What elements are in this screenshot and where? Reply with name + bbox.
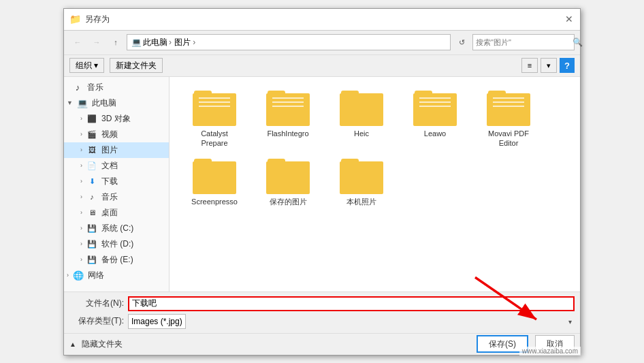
footer-bar: ▲ 隐藏文件夹 保存(S) 取消 (64, 333, 580, 355)
filetype-select[interactable]: Images (*.jpg) (128, 314, 186, 329)
sidebar-item-music-top[interactable]: ♪ 音乐 (64, 80, 169, 95)
desktop-icon: 🖥 (86, 207, 97, 218)
view-dropdown-button[interactable]: ▾ (541, 58, 557, 73)
sidebar-item-desktop[interactable]: › 🖥 桌面 (64, 205, 169, 221)
filetype-label: 保存类型(T): (69, 315, 124, 327)
pictures-icon: 🖼 (86, 144, 97, 155)
watermark: www.xiazaiba.com (519, 347, 581, 356)
sidebar-item-drive-d[interactable]: › 💾 软件 (D:) (64, 236, 169, 252)
expand-arrow: ▼ (67, 99, 73, 106)
save-dialog: 📁 另存为 ✕ ← → ↑ 💻 此电脑 › 图片 › ↺ 🔍 组织 ▾ (63, 8, 581, 356)
folder-movavi-icon (487, 91, 530, 126)
titlebar-left: 📁 另存为 (69, 14, 110, 25)
video-icon: 🎬 (86, 129, 97, 140)
breadcrumb-folder: 图片 › (174, 37, 195, 48)
search-input[interactable] (476, 38, 570, 46)
sidebar-item-downloads[interactable]: › ⬇ 下载 (64, 174, 169, 189)
hide-folders-button[interactable]: ▲ 隐藏文件夹 (69, 338, 123, 350)
downloads-icon: ⬇ (86, 176, 97, 187)
folder-screenpresso-icon (193, 159, 236, 194)
organize-button[interactable]: 组织 ▾ (69, 58, 104, 73)
back-button[interactable]: ← (69, 34, 86, 50)
sidebar-item-drive-c[interactable]: › 💾 系统 (C:) (64, 221, 169, 236)
folder-screenpresso[interactable]: Screenpresso (180, 156, 248, 209)
refresh-button[interactable]: ↺ (453, 34, 470, 50)
music2-icon: ♪ (86, 191, 97, 202)
sidebar: ♪ 音乐 ▼ 💻 此电脑 › ⬛ 3D 对象 › 🎬 视频 › (64, 77, 170, 291)
3d-icon: ⬛ (86, 113, 97, 124)
dialog-icon: 📁 (69, 14, 81, 25)
action-bar-right: ≡ ▾ ? (521, 58, 575, 73)
forward-button[interactable]: → (88, 34, 105, 50)
up-button[interactable]: ↑ (108, 34, 124, 50)
folder-catalyst[interactable]: CatalystPrepare (180, 88, 248, 151)
dialog-title: 另存为 (85, 14, 110, 25)
folder-catalyst-icon (193, 91, 236, 126)
sidebar-item-music[interactable]: › ♪ 音乐 (64, 189, 169, 205)
folder-saved-pics[interactable]: 保存的图片 (254, 156, 322, 209)
folder-catalyst-label: CatalystPrepare (201, 129, 228, 148)
folder-heic-icon (340, 91, 383, 126)
pc-icon: 💻 (77, 97, 88, 108)
folder-local-photos-label: 本机照片 (347, 197, 376, 206)
music-icon: ♪ (72, 82, 83, 93)
close-button[interactable]: ✕ (564, 14, 575, 25)
sidebar-item-thispc[interactable]: ▼ 💻 此电脑 (64, 95, 169, 111)
expand-3d-arrow: › (80, 115, 82, 122)
search-icon[interactable]: 🔍 (573, 37, 583, 47)
filename-input[interactable] (128, 296, 575, 311)
folder-flashintegro-label: FlashIntegro (267, 129, 308, 138)
folder-movavi[interactable]: Movavi PDFEditor (474, 88, 543, 151)
drive-d-icon: 💾 (86, 238, 97, 249)
folder-movavi-label: Movavi PDFEditor (488, 129, 529, 148)
filename-label: 文件名(N): (69, 298, 124, 309)
drive-e-icon: 💾 (86, 254, 97, 265)
hide-folders-arrow: ▲ (69, 341, 76, 348)
new-folder-button[interactable]: 新建文件夹 (110, 58, 163, 73)
help-button[interactable]: ? (560, 58, 575, 73)
folder-heic-label: Heic (354, 129, 369, 138)
view-button[interactable]: ≡ (521, 58, 538, 73)
folder-screenpresso-label: Screenpresso (191, 197, 238, 206)
titlebar: 📁 另存为 ✕ (64, 9, 580, 31)
folder-local-photos-icon (340, 159, 383, 194)
sidebar-item-drive-e[interactable]: › 💾 备份 (E:) (64, 252, 169, 268)
sidebar-item-documents[interactable]: › 📄 文档 (64, 158, 169, 174)
select-arrow-icon: ▾ (568, 317, 572, 325)
documents-icon: 📄 (86, 160, 97, 171)
folder-heic[interactable]: Heic (327, 88, 396, 151)
toolbar: ← → ↑ 💻 此电脑 › 图片 › ↺ 🔍 (64, 31, 580, 55)
search-bar: 🔍 (472, 34, 575, 50)
drive-c-icon: 💾 (86, 223, 97, 234)
folder-saved-pics-label: 保存的图片 (270, 197, 307, 206)
filetype-row: 保存类型(T): Images (*.jpg) ▾ (69, 314, 575, 329)
folder-flashintegro-icon (266, 91, 310, 126)
breadcrumb: 💻 此电脑 › 图片 › (127, 34, 451, 50)
main-content: ♪ 音乐 ▼ 💻 此电脑 › ⬛ 3D 对象 › 🎬 视频 › (64, 77, 580, 291)
filename-row: 文件名(N): (69, 296, 575, 311)
breadcrumb-pc: 💻 此电脑 › (131, 37, 172, 48)
folder-leawo-label: Leawo (424, 129, 446, 138)
sidebar-item-video[interactable]: › 🎬 视频 (64, 127, 169, 142)
network-icon: 🌐 (73, 270, 84, 281)
file-area: CatalystPrepare FlashIntegro (170, 77, 580, 291)
sidebar-item-3d[interactable]: › ⬛ 3D 对象 (64, 111, 169, 127)
folder-leawo-icon (413, 91, 457, 126)
folder-leawo[interactable]: Leawo (401, 88, 469, 151)
folder-saved-pics-icon (266, 159, 310, 194)
filetype-select-wrapper: Images (*.jpg) ▾ (128, 314, 575, 329)
hide-folders-label: 隐藏文件夹 (82, 338, 123, 350)
sidebar-item-network[interactable]: › 🌐 网络 (64, 268, 169, 283)
sidebar-item-pictures[interactable]: › 🖼 图片 (64, 142, 169, 158)
folder-flashintegro[interactable]: FlashIntegro (254, 88, 322, 151)
action-bar: 组织 ▾ 新建文件夹 ≡ ▾ ? (64, 55, 580, 77)
bottom-bar: 文件名(N): 保存类型(T): Images (*.jpg) ▾ (64, 291, 580, 333)
folder-local-photos[interactable]: 本机照片 (327, 156, 396, 209)
